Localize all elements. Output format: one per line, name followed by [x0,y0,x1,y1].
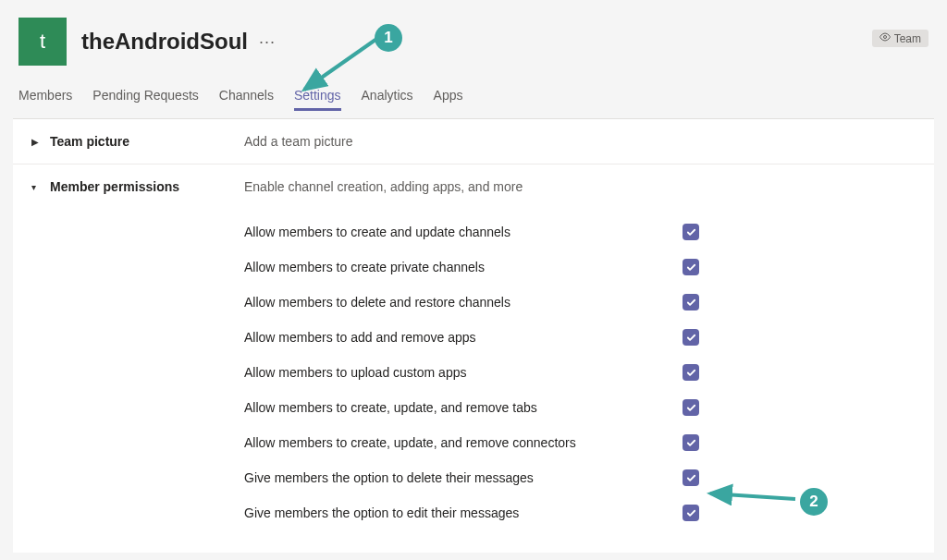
permission-label: Allow members to create, update, and rem… [244,400,537,415]
permission-row: Give members the option to delete their … [244,460,716,495]
team-header: t theAndroidSoul ··· Team [0,0,947,65]
permission-label: Allow members to create, update, and rem… [244,435,576,450]
permission-label: Allow members to add and remove apps [244,330,476,345]
permission-checkbox[interactable] [683,294,699,310]
chevron-right-icon: ▶ [31,137,41,147]
permission-label: Allow members to create and update chann… [244,225,510,239]
tab-apps[interactable]: Apps [434,88,463,111]
eye-icon [879,31,891,45]
permission-label: Give members the option to edit their me… [244,505,519,520]
permission-label: Allow members to delete and restore chan… [244,295,510,310]
permission-row: Allow members to create private channels [244,250,716,285]
tab-bar: Members Pending Requests Channels Settin… [0,65,947,111]
permission-row: Allow members to add and remove apps [244,320,716,355]
team-type-badge[interactable]: Team [872,30,929,47]
permission-row: Give members the option to edit their me… [244,495,716,530]
permission-checkbox[interactable] [683,224,699,240]
team-title: theAndroidSoul [81,29,248,55]
svg-point-0 [883,36,886,39]
permission-checkbox[interactable] [683,434,699,451]
permissions-list: Allow members to create and update chann… [244,214,916,530]
section-header-toggle[interactable]: ▾ Member permissions [31,179,244,194]
permission-row: Allow members to create and update chann… [244,214,716,250]
permission-row: Allow members to create, update, and rem… [244,390,716,425]
permission-label: Give members the option to delete their … [244,470,534,485]
tab-settings[interactable]: Settings [294,88,341,111]
permission-checkbox[interactable] [683,259,699,275]
section-description: Add a team picture [244,134,916,149]
tab-analytics[interactable]: Analytics [362,88,413,111]
section-title: Member permissions [50,179,179,194]
more-options-button[interactable]: ··· [259,32,276,52]
permission-label: Allow members to create private channels [244,260,485,274]
section-title: Team picture [50,134,129,149]
section-member-permissions: ▾ Member permissions Enable channel crea… [13,164,934,545]
permission-checkbox[interactable] [683,505,699,521]
settings-content: ▶ Team picture Add a team picture ▾ Memb… [13,118,934,553]
permission-row: Allow members to upload custom apps [244,355,716,390]
tab-channels[interactable]: Channels [219,88,274,111]
annotation-badge-2: 2 [800,488,828,516]
permission-row: Allow members to create, update, and rem… [244,425,716,460]
permission-checkbox[interactable] [683,399,699,416]
section-team-picture[interactable]: ▶ Team picture Add a team picture [13,119,934,164]
permission-checkbox[interactable] [683,329,699,346]
tab-pending-requests[interactable]: Pending Requests [92,88,198,111]
tab-members[interactable]: Members [18,88,72,111]
permission-checkbox[interactable] [683,364,699,381]
team-badge-label: Team [894,32,921,45]
permission-checkbox[interactable] [683,469,699,486]
annotation-badge-1: 1 [375,24,402,52]
chevron-down-icon: ▾ [31,182,41,192]
permission-label: Allow members to upload custom apps [244,365,466,380]
section-description: Enable channel creation, adding apps, an… [244,179,916,194]
team-avatar: t [18,18,67,66]
permission-row: Allow members to delete and restore chan… [244,285,716,320]
